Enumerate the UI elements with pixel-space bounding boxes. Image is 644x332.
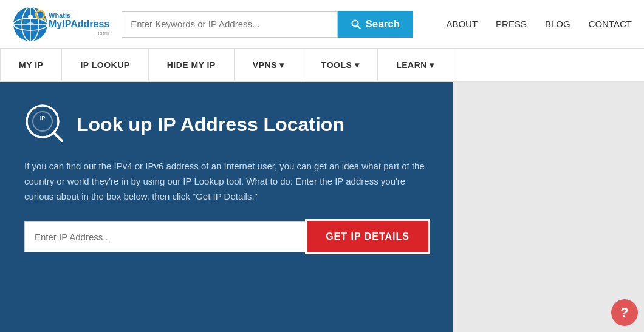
nav-hide-my-ip[interactable]: HIDE MY IP <box>149 49 235 81</box>
search-area: Search <box>122 11 413 38</box>
nav-contact[interactable]: CONTACT <box>589 19 632 29</box>
svg-point-14 <box>27 106 58 137</box>
chat-icon[interactable]: ? <box>611 299 638 326</box>
logo-area[interactable]: WhatIs MyIPAddress .com <box>12 6 109 42</box>
get-ip-details-button[interactable]: GET IP DETAILS <box>307 221 428 252</box>
ip-form: GET IP DETAILS <box>24 221 428 252</box>
nav-ip-lookup[interactable]: IP LOOKUP <box>62 49 148 81</box>
top-nav: ABOUT PRESS BLOG CONTACT <box>446 19 632 29</box>
logo-icon <box>12 6 49 42</box>
nav-learn[interactable]: LEARN ▾ <box>378 49 453 81</box>
svg-point-5 <box>28 15 33 19</box>
nav-tools[interactable]: TOOLS ▾ <box>303 49 378 81</box>
main-navbar: MY IP IP LOOKUP HIDE MY IP VPNS ▾ TOOLS … <box>0 49 644 82</box>
hero-title-area: IP Look up IP Address Location <box>24 103 428 146</box>
main-content: IP Look up IP Address Location If you ca… <box>0 82 644 332</box>
ip-search-icon: IP <box>24 103 67 146</box>
nav-about[interactable]: ABOUT <box>446 19 478 29</box>
right-panel: ? <box>453 82 644 332</box>
ip-address-input[interactable] <box>24 221 307 252</box>
header: WhatIs MyIPAddress .com Search ABOUT PRE… <box>0 0 644 49</box>
search-icon <box>351 19 361 29</box>
nav-vpns[interactable]: VPNS ▾ <box>235 49 303 81</box>
hero-title: Look up IP Address Location <box>77 113 344 136</box>
nav-my-ip[interactable]: MY IP <box>0 49 62 81</box>
svg-text:IP: IP <box>40 115 46 121</box>
nav-press[interactable]: PRESS <box>496 19 527 29</box>
search-button[interactable]: Search <box>338 11 413 38</box>
logo-text-block: WhatIs MyIPAddress .com <box>49 12 109 36</box>
search-button-label: Search <box>365 18 400 30</box>
svg-line-9 <box>358 25 361 29</box>
nav-blog[interactable]: BLOG <box>545 19 570 29</box>
hero-panel: IP Look up IP Address Location If you ca… <box>0 82 453 332</box>
hero-description: If you can find out the IPv4 or IPv6 add… <box>24 159 428 204</box>
svg-line-13 <box>55 134 62 141</box>
search-input[interactable] <box>122 11 338 38</box>
